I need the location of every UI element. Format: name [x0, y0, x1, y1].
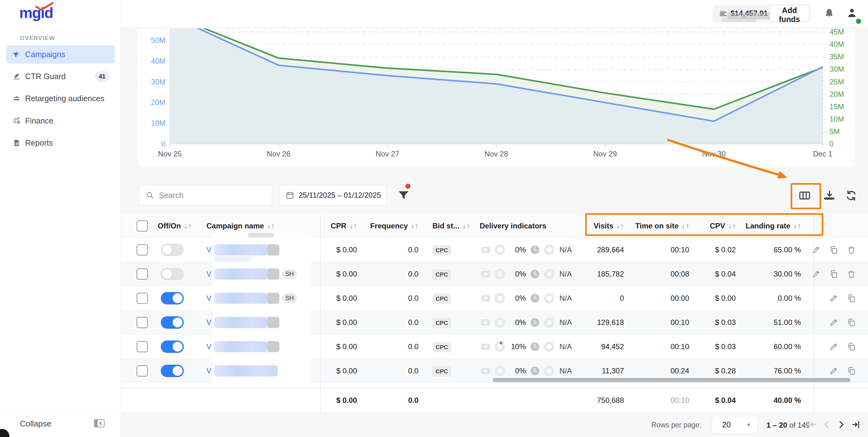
svg-text:Nov 29: Nov 29: [593, 150, 617, 158]
redacted-names-overlay: SHSH: [213, 233, 311, 383]
row-checkbox[interactable]: [136, 293, 148, 304]
svg-text:0: 0: [161, 140, 165, 148]
cell-time-on-site: 00:10: [635, 318, 689, 327]
row-checkbox[interactable]: [136, 341, 148, 352]
sidebar-item-retargeting-audiences[interactable]: Retargeting audiences: [6, 89, 115, 108]
cell-landing-rate: 51.00 %: [740, 318, 801, 327]
cell-cpv: $ 0.03: [688, 342, 736, 351]
filter-icon[interactable]: [397, 189, 410, 202]
copy-button[interactable]: [829, 245, 838, 255]
cell-time-on-site: 00:10: [635, 246, 689, 254]
last-page-button[interactable]: [850, 419, 862, 430]
column-divider: [814, 214, 814, 413]
column-header-visits[interactable]: Visits↓↑: [550, 222, 624, 230]
sidebar-item-campaigns[interactable]: Campaigns: [6, 45, 115, 64]
cell-time-on-site: 00:24: [635, 367, 689, 375]
campaign-name-link[interactable]: V: [207, 246, 211, 254]
row-checkbox[interactable]: [136, 365, 148, 376]
campaign-toggle[interactable]: [161, 292, 184, 305]
column-header-offon[interactable]: Off/On↓↑: [158, 222, 191, 230]
user-avatar-icon[interactable]: [846, 7, 858, 19]
copy-button[interactable]: [846, 318, 856, 327]
column-header-bid[interactable]: Bid st...↓↑: [432, 222, 470, 230]
date-range-picker[interactable]: 25/11/2025 – 01/12/2025: [279, 185, 386, 206]
fill-rate-icon: [480, 343, 491, 351]
export-download-button[interactable]: [823, 189, 836, 202]
redacted-campaign-name: [214, 341, 268, 352]
column-header-cpr[interactable]: CPR↓↑: [301, 222, 357, 230]
next-page-button[interactable]: [836, 419, 847, 430]
horizontal-scrollbar[interactable]: [493, 378, 850, 382]
cell-frequency: 0.0: [363, 318, 418, 327]
sidebar-item-finance[interactable]: Finance: [6, 112, 115, 130]
balance-pill[interactable]: $14,457.91 Add funds: [712, 4, 810, 22]
svg-text:30M: 30M: [151, 77, 165, 86]
cell-visits: 129,618: [550, 318, 624, 327]
sidebar-item-reports[interactable]: Reports: [6, 134, 115, 152]
refresh-button[interactable]: [844, 189, 858, 202]
first-page-button[interactable]: [807, 419, 818, 430]
edit-button[interactable]: [829, 366, 838, 376]
svg-text:15M: 15M: [830, 102, 844, 111]
copy-button[interactable]: [846, 293, 856, 303]
schedule-clock-icon: [530, 342, 540, 352]
campaign-toggle[interactable]: [161, 244, 184, 256]
svg-text:0: 0: [830, 140, 834, 148]
edit-button[interactable]: [811, 270, 821, 279]
campaign-name-link[interactable]: V: [207, 294, 211, 303]
copy-button[interactable]: [829, 270, 838, 279]
svg-text:50M: 50M: [151, 36, 165, 44]
row-checkbox[interactable]: [136, 269, 148, 280]
sort-arrows-icon: ↓↑: [793, 223, 801, 230]
rows-per-page-select[interactable]: 20 ▼: [712, 416, 757, 434]
cell-time-on-site: 00:00: [635, 294, 689, 303]
notifications-bell-icon[interactable]: [823, 7, 835, 19]
sidebar-section-label: OVERVIEW: [20, 35, 55, 41]
column-settings-button[interactable]: [798, 189, 811, 202]
fill-rate-value: 0%: [509, 246, 526, 254]
campaign-toggle[interactable]: [161, 341, 184, 353]
sidebar-item-ctr-guard[interactable]: CTR Guard41: [6, 67, 115, 86]
delete-button[interactable]: [846, 270, 856, 279]
copy-button[interactable]: [846, 342, 856, 352]
column-header-cpv[interactable]: CPV↓↑: [688, 222, 736, 230]
campaign-name-link[interactable]: V: [207, 270, 211, 278]
svg-text:Dec 1: Dec 1: [813, 150, 833, 158]
edit-button[interactable]: [829, 342, 838, 352]
column-header-lr[interactable]: Landing rate↓↑: [740, 222, 801, 230]
svg-text:40M: 40M: [151, 57, 165, 65]
copy-button[interactable]: [846, 366, 856, 376]
delete-button[interactable]: [846, 245, 856, 255]
campaign-toggle[interactable]: [161, 316, 184, 329]
cell-visits: 289,664: [550, 246, 624, 254]
bid-strategy-badge: CPC: [432, 366, 451, 376]
column-header-freq[interactable]: Frequency↓↑: [363, 222, 418, 230]
fill-rate-donut-icon: [495, 269, 505, 279]
search-input[interactable]: [158, 191, 272, 200]
fill-rate-value: 0%: [509, 270, 526, 278]
column-header-time[interactable]: Time on site↓↑: [635, 222, 689, 230]
topbar: $14,457.91 Add funds: [121, 0, 868, 27]
campaign-name-link[interactable]: V: [207, 342, 211, 351]
people-icon: [12, 94, 21, 103]
edit-button[interactable]: [829, 293, 838, 303]
totals-visits: 750,688: [550, 396, 624, 405]
svg-text:Nov 28: Nov 28: [484, 150, 508, 158]
row-checkbox[interactable]: [136, 244, 148, 255]
campaign-name-link[interactable]: V: [207, 318, 211, 327]
rows-per-page-value: 20: [722, 420, 731, 429]
cell-landing-rate: 76.00 %: [740, 367, 801, 375]
reports-icon: [12, 139, 21, 147]
previous-page-button[interactable]: [821, 419, 832, 430]
add-funds-button[interactable]: Add funds: [770, 5, 809, 22]
sidebar-collapse[interactable]: Collapse: [0, 410, 121, 437]
row-checkbox[interactable]: [136, 317, 148, 328]
campaign-toggle[interactable]: [161, 268, 184, 280]
campaign-name-link[interactable]: V: [207, 367, 211, 375]
edit-button[interactable]: [811, 245, 821, 255]
redacted-campaign-name: [214, 269, 268, 280]
column-header-name[interactable]: Campaign name↓↑: [207, 222, 275, 230]
campaign-toggle[interactable]: [161, 365, 184, 377]
select-all-checkbox[interactable]: [136, 220, 148, 231]
edit-button[interactable]: [829, 318, 838, 327]
